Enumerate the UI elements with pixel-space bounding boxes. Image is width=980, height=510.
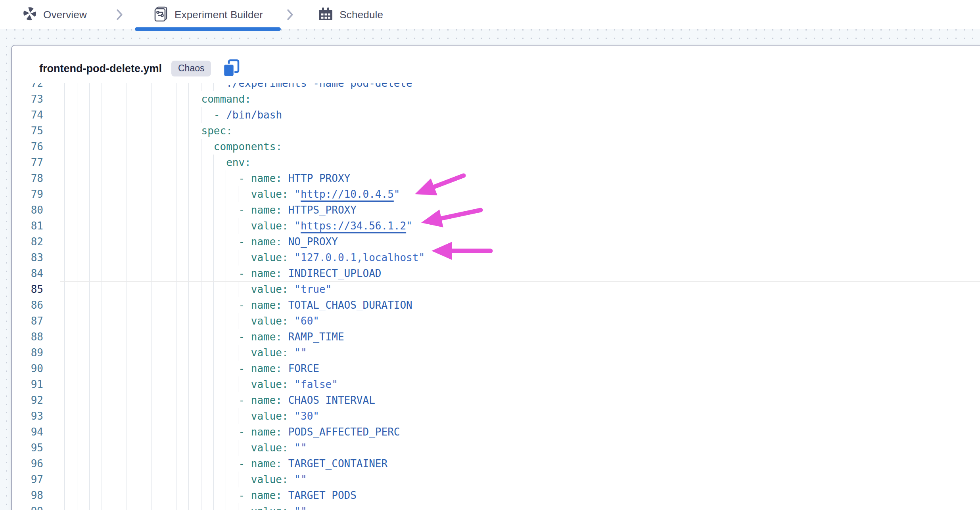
indent-guide [139,472,152,487]
code-row-98[interactable]: 98- name: TARGET_PODS [12,487,980,503]
code-content: - name: HTTP_PROXY [52,170,350,186]
code-row-93[interactable]: 93value: "30" [12,408,980,424]
code-row-76[interactable]: 76components: [12,139,980,155]
indent-guide [164,91,176,107]
code-row-75[interactable]: 75spec: [12,123,980,139]
indent-guide [189,345,201,361]
indent-guide [201,456,214,472]
code-row-89[interactable]: 89value: "" [12,345,980,361]
code-row-88[interactable]: 88- name: RAMP_TIME [12,329,980,345]
code-row-78[interactable]: 78- name: HTTP_PROXY [12,170,980,186]
indent-guide [52,202,65,218]
indent-guide [201,503,214,510]
indent-guide [52,170,65,186]
code-row-82[interactable]: 82- name: NO_PROXY [12,234,980,250]
indent-guide [176,440,189,456]
code-row-72[interactable]: 72./experiments -name pod-delete [12,83,980,91]
code-row-81[interactable]: 81value: "https://34.56.1.2" [12,218,980,234]
tab-overview[interactable]: Overview [22,6,87,23]
indent-guide [201,266,214,281]
code-row-99[interactable]: 99value: "" [12,503,980,510]
indent-guide [127,202,139,218]
indent-space [226,234,238,250]
indent-guide [176,155,189,170]
code-row-87[interactable]: 87value: "60" [12,313,980,329]
indent-guide [65,281,77,297]
indent-guide [214,361,226,376]
indent-guide [90,313,102,329]
indent-guide [114,234,127,250]
code-row-85[interactable]: 85value: "true" [12,281,980,297]
indent-space [238,503,251,510]
indent-guide [176,472,189,487]
code-row-95[interactable]: 95value: "" [12,440,980,456]
code-row-80[interactable]: 80- name: HTTPS_PROXY [12,202,980,218]
code-content: value: "false" [52,376,338,392]
indent-guide [164,456,176,472]
tab-experiment-builder[interactable]: Experiment Builder [153,6,263,24]
indent-guide [152,297,164,313]
indent-guide [90,376,102,392]
indent-guide [139,440,152,456]
indent-guide [77,440,90,456]
code-link[interactable]: https://34.56.1.2 [301,218,406,234]
indent-guide [189,266,201,281]
indent-guide [189,408,201,424]
code-row-79[interactable]: 79value: "http://10.0.4.5" [12,186,980,202]
code-row-97[interactable]: 97value: "" [12,472,980,487]
indent-guide [164,487,176,503]
code-row-74[interactable]: 74- /bin/bash [12,107,980,123]
code-row-77[interactable]: 77env: [12,155,980,170]
code-content: ./experiments -name pod-delete [52,83,412,91]
indent-guide [214,170,226,186]
indent-guide [77,202,90,218]
code-row-90[interactable]: 90- name: FORCE [12,361,980,376]
indent-space [226,424,238,440]
code-row-84[interactable]: 84- name: INDIRECT_UPLOAD [12,266,980,281]
indent-guide [90,234,102,250]
indent-guide [189,250,201,266]
indent-guide [90,107,102,123]
indent-guide [226,281,238,297]
code-row-96[interactable]: 96- name: TARGET_CONTAINER [12,456,980,472]
code-row-91[interactable]: 91value: "false" [12,376,980,392]
indent-guide [214,202,226,218]
indent-space [238,218,251,234]
indent-guide [65,376,77,392]
indent-guide [201,345,214,361]
code-content: - name: TOTAL_CHAOS_DURATION [52,297,412,313]
indent-guide [139,408,152,424]
indent-guide [201,186,214,202]
indent-guide [65,123,77,139]
indent-guide [164,281,176,297]
tab-schedule[interactable]: Schedule [318,6,383,23]
line-number: 80 [12,202,43,218]
indent-guide [201,440,214,456]
code-row-94[interactable]: 94- name: PODS_AFFECTED_PERC [12,424,980,440]
indent-guide [152,107,164,123]
code-link[interactable]: http://10.0.4.5 [301,186,394,202]
line-number: 90 [12,361,43,376]
yaml-editor[interactable]: 72./experiments -name pod-delete73comman… [12,83,980,510]
indent-guide [114,297,127,313]
chevron-right-icon [286,9,295,21]
manifest-card: frontend-pod-delete.yml Chaos 72./experi… [11,45,980,510]
line-number: 77 [12,155,43,170]
code-row-86[interactable]: 86- name: TOTAL_CHAOS_DURATION [12,297,980,313]
indent-space [226,329,238,345]
code-row-92[interactable]: 92- name: CHAOS_INTERVAL [12,392,980,408]
copy-icon[interactable] [222,59,240,78]
indent-guide [90,218,102,234]
indent-guide [176,392,189,408]
indent-space [238,408,251,424]
code-row-83[interactable]: 83value: "127.0.0.1,localhost" [12,250,980,266]
indent-guide [189,83,201,91]
indent-guide [214,376,226,392]
indent-guide [139,250,152,266]
indent-guide [52,83,65,91]
indent-guide [164,424,176,440]
code-row-73[interactable]: 73command: [12,91,980,107]
indent-guide [226,218,238,234]
indent-space [226,361,238,376]
indent-guide [152,139,164,155]
